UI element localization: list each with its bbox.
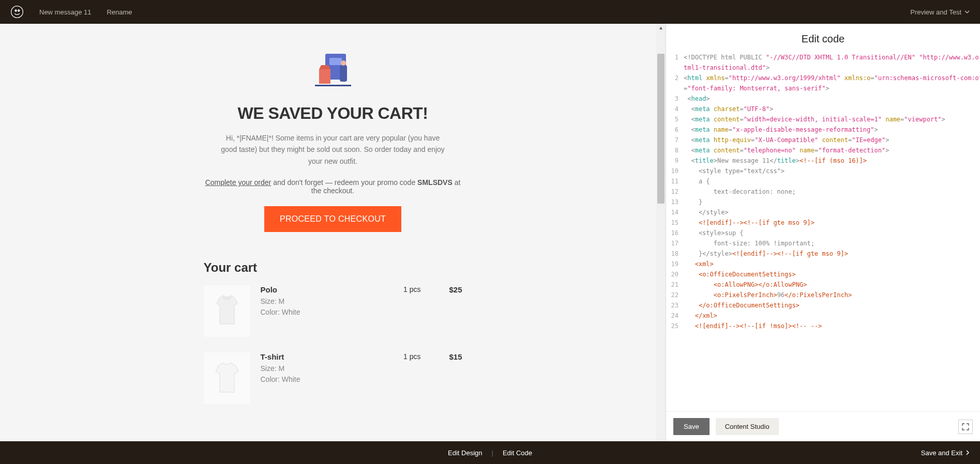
code-line[interactable]: 13 } — [666, 197, 980, 207]
cart-item: Polo Size: M Color: White 1 pcs $25 — [204, 285, 462, 337]
main-area: WE SAVED YOUR CART! Hi, *|FNAME|*! Some … — [0, 24, 980, 441]
email-promo-row: Complete your order and don't forget — r… — [204, 178, 462, 195]
code-line[interactable]: 9 <title>New message 11</title><!--[if (… — [666, 156, 980, 166]
separator: | — [492, 449, 493, 457]
code-line[interactable]: 16 <style>sup { — [666, 228, 980, 238]
message-name-link[interactable]: New message 11 — [39, 8, 91, 16]
svg-rect-8 — [315, 85, 351, 86]
code-line[interactable]: 3 <head> — [666, 94, 980, 104]
preview-scrollbar[interactable]: ▲ — [656, 24, 666, 441]
code-line[interactable]: 2<html xmlns="http://www.w3.org/1999/xht… — [666, 73, 980, 83]
svg-rect-4 — [329, 58, 342, 65]
edit-code-link[interactable]: Edit Code — [503, 449, 532, 457]
product-image — [204, 352, 250, 404]
code-line[interactable]: 1<!DOCTYPE html PUBLIC "-//W3C//DTD XHTM… — [666, 52, 980, 63]
svg-point-1 — [15, 10, 17, 11]
email-subtext: Hi, *|FNAME|*! Some items in your cart a… — [204, 132, 462, 167]
product-color: Color: White — [261, 374, 369, 385]
svg-rect-6 — [340, 65, 347, 82]
code-editor[interactable]: 1<!DOCTYPE html PUBLIC "-//W3C//DTD XHTM… — [666, 52, 980, 411]
svg-point-0 — [11, 6, 23, 18]
code-line[interactable]: 19 <xml> — [666, 259, 980, 269]
code-panel-title: Edit code — [666, 24, 980, 52]
code-line[interactable]: 21 <o:AllowPNG></o:AllowPNG> — [666, 280, 980, 290]
code-line[interactable]: 17 font-size: 100% !important; — [666, 238, 980, 249]
email-preview-pane: WE SAVED YOUR CART! Hi, *|FNAME|*! Some … — [0, 24, 666, 441]
code-line[interactable]: 12 text-decoration: none; — [666, 187, 980, 197]
cart-title: Your cart — [204, 260, 462, 275]
product-size: Size: M — [261, 363, 369, 374]
cart-item-details: Polo Size: M Color: White — [261, 285, 369, 318]
promo-code: SMLSDVS — [417, 178, 453, 187]
mailchimp-logo-icon[interactable] — [10, 5, 24, 19]
product-price: $15 — [431, 352, 462, 361]
product-name: T-shirt — [261, 352, 369, 361]
preview-test-dropdown[interactable]: Preview and Test — [910, 8, 970, 16]
code-line[interactable]: 4 <meta charset="UTF-8"> — [666, 104, 980, 114]
code-line[interactable]: 25 <![endif]--><!--[if !mso]><!-- --> — [666, 321, 980, 331]
product-qty: 1 pcs — [380, 285, 421, 293]
hero-illustration — [310, 50, 356, 91]
cart-section: Your cart Polo Size: M Color: White 1 pc… — [204, 260, 462, 404]
svg-point-2 — [18, 10, 20, 11]
product-image — [204, 285, 250, 337]
chevron-right-icon — [966, 450, 970, 455]
top-bar-left: New message 11 Rename — [10, 5, 132, 19]
bottom-center: Edit Design | Edit Code — [448, 449, 532, 457]
email-content: WE SAVED YOUR CART! Hi, *|FNAME|*! Some … — [152, 24, 514, 440]
scrollbar-thumb[interactable] — [657, 54, 665, 204]
code-line[interactable]: 23 </o:OfficeDocumentSettings> — [666, 300, 980, 311]
top-bar: New message 11 Rename Preview and Test — [0, 0, 980, 24]
scrollbar-up-icon[interactable]: ▲ — [658, 25, 664, 30]
email-heading: WE SAVED YOUR CART! — [204, 104, 462, 123]
code-line[interactable]: 14 </style> — [666, 207, 980, 218]
save-exit-label: Save and Exit — [921, 449, 962, 457]
save-button[interactable]: Save — [673, 418, 710, 435]
code-line[interactable]: 7 <meta http-equiv="X-UA-Compatible" con… — [666, 135, 980, 145]
bottom-bar: Edit Design | Edit Code Save and Exit — [0, 441, 980, 464]
content-studio-button[interactable]: Content Studio — [716, 418, 779, 435]
code-line[interactable]: 8 <meta content="telephone=no" name="for… — [666, 145, 980, 156]
code-line[interactable]: ="font-family: Montserrat, sans-serif"> — [666, 83, 980, 94]
preview-test-label: Preview and Test — [910, 8, 961, 16]
code-line[interactable]: 24 </xml> — [666, 311, 980, 321]
cart-item: T-shirt Size: M Color: White 1 pcs $15 — [204, 352, 462, 404]
edit-design-link[interactable]: Edit Design — [448, 449, 482, 457]
product-qty: 1 pcs — [380, 352, 421, 361]
product-size: Size: M — [261, 296, 369, 307]
code-line[interactable]: 11 a { — [666, 176, 980, 187]
code-line[interactable]: 6 <meta name="x-apple-disable-message-re… — [666, 125, 980, 135]
code-line[interactable]: 20 <o:OfficeDocumentSettings> — [666, 269, 980, 280]
product-name: Polo — [261, 285, 369, 294]
code-line[interactable]: 10 <style type="text/css"> — [666, 166, 980, 176]
cart-item-details: T-shirt Size: M Color: White — [261, 352, 369, 385]
code-line[interactable]: 22 <o:PixelsPerInch>96</o:PixelsPerInch> — [666, 290, 980, 300]
code-footer: Save Content Studio — [666, 411, 980, 441]
code-line[interactable]: 18 }</style><![endif]--><!--[if gte mso … — [666, 249, 980, 259]
svg-rect-5 — [319, 69, 330, 84]
code-line[interactable]: 15 <![endif]--><!--[if gte mso 9]> — [666, 218, 980, 228]
product-price: $25 — [431, 285, 462, 294]
code-line[interactable]: tml1-transitional.dtd"> — [666, 63, 980, 73]
svg-point-7 — [341, 60, 346, 66]
proceed-checkout-button[interactable]: PROCEED TO CHECKOUT — [264, 206, 401, 232]
rename-link[interactable]: Rename — [107, 8, 132, 16]
code-editor-pane: Edit code 1<!DOCTYPE html PUBLIC "-//W3C… — [666, 24, 980, 441]
expand-icon — [962, 423, 969, 430]
product-color: Color: White — [261, 307, 369, 318]
chevron-down-icon — [964, 9, 970, 14]
code-line[interactable]: 5 <meta content="width=device-width, ini… — [666, 114, 980, 125]
complete-order-link[interactable]: Complete your order — [205, 178, 272, 187]
expand-button[interactable] — [958, 420, 973, 434]
save-exit-button[interactable]: Save and Exit — [921, 449, 970, 457]
